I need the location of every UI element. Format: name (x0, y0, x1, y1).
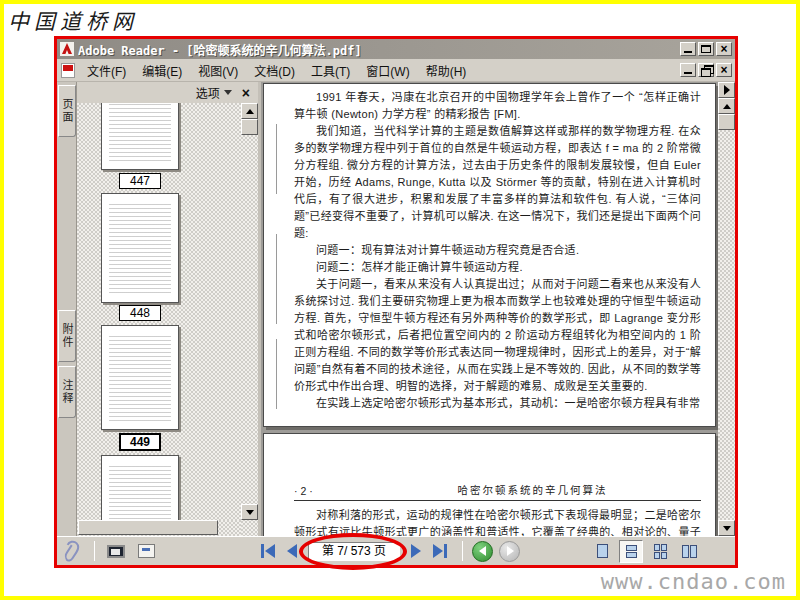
panel-options-button[interactable]: 选项 (196, 84, 232, 101)
window-title: Adobe Reader - [哈密顿系统的辛几何算法.pdf] (78, 41, 680, 58)
separator (462, 541, 463, 561)
menu-help[interactable]: 帮助(H) (418, 59, 475, 82)
last-page-button[interactable] (432, 543, 448, 559)
doc-close-button[interactable] (716, 63, 732, 77)
panel-scroll-track[interactable] (241, 135, 258, 504)
previous-page-button[interactable] (286, 543, 298, 559)
menu-document[interactable]: 文档(D) (246, 59, 303, 82)
fullscreen-view-icon[interactable] (104, 539, 128, 563)
tab-comments-label: 注释 (59, 379, 75, 405)
watermark-site-url: www.cndao.com (601, 569, 786, 594)
go-forward-button[interactable] (499, 541, 520, 562)
menu-tools[interactable]: 工具(T) (303, 59, 358, 82)
pages-panel: 选项 × 447 448 449 (77, 82, 261, 536)
panel-scroll-up-icon[interactable] (241, 103, 258, 119)
doc-scroll-track[interactable] (718, 130, 735, 520)
paragraph: 问题二：怎样才能正确计算牛顿运动方程. (294, 259, 701, 276)
adobe-reader-app-icon (60, 42, 74, 56)
margin-change-bar (276, 234, 277, 324)
margin-change-bar (276, 339, 277, 409)
paragraph: 对称利落的形式，运动的规律性在哈密尔顿形式下表现得最明显；二是哈密尔顿形式有远比… (294, 507, 701, 536)
running-title: 哈密尔顿系统的辛几何算法 (364, 482, 701, 497)
adobe-reader-window: Adobe Reader - [哈密顿系统的辛几何算法.pdf] 文件(F) 编… (54, 36, 738, 568)
menu-edit[interactable]: 编辑(E) (134, 59, 190, 82)
panel-horizontal-scrollbar[interactable] (77, 520, 241, 536)
thumbnail-label-447[interactable]: 447 (119, 173, 161, 189)
tab-pages[interactable]: 页面 (58, 85, 76, 137)
menu-window[interactable]: 窗口(W) (358, 59, 417, 82)
paragraph: 关于问题一，看来从来没有人认真提出过；从而对于问题二看来也从来没有人系统探讨过.… (294, 276, 701, 395)
menu-view[interactable]: 视图(V) (190, 59, 246, 82)
tab-comments[interactable]: 注释 (58, 366, 76, 418)
document-pane[interactable]: 1991 年春天，冯康在北京召开的中国物理学年会上曾作了一个 “怎样正确计算牛顿… (261, 82, 735, 536)
menu-bar: 文件(F) 编辑(E) 视图(V) 文档(D) 工具(T) 窗口(W) 帮助(H… (57, 59, 735, 82)
thumbnail-page-449[interactable] (101, 325, 179, 430)
paragraph: 我们知道，当代科学计算的主题是数值解算这样或那样的数学物理方程. 在众多的数学物… (294, 123, 701, 242)
doc-scroll-down-icon[interactable] (718, 520, 735, 536)
close-button[interactable] (716, 42, 732, 56)
tab-attachments-label: 附件 (59, 323, 75, 349)
thumbnail-page-450[interactable] (101, 455, 179, 520)
panel-scrollbar-thumb[interactable] (241, 119, 258, 135)
panel-hscrollbar-thumb[interactable] (78, 520, 218, 535)
hide-toolbars-icon[interactable] (134, 539, 158, 563)
minimize-button[interactable] (680, 42, 696, 56)
tab-attachments[interactable]: 附件 (58, 310, 76, 362)
panel-close-button[interactable]: × (242, 87, 250, 99)
panel-options-label: 选项 (196, 84, 220, 101)
menu-file[interactable]: 文件(F) (79, 59, 134, 82)
title-bar[interactable]: Adobe Reader - [哈密顿系统的辛几何算法.pdf] (57, 39, 735, 59)
thumbnail-label-449[interactable]: 449 (119, 433, 161, 451)
tab-pages-label: 页面 (59, 98, 75, 124)
page-number-label: · 2 · (294, 485, 364, 497)
continuous-facing-view-button[interactable] (648, 540, 672, 563)
thumbnail-list: 447 448 449 (77, 103, 241, 520)
panel-vertical-scrollbar[interactable] (241, 103, 258, 520)
thumbnail-label-448[interactable]: 448 (119, 305, 161, 321)
paperclip-icon[interactable] (59, 537, 87, 565)
doc-restore-button[interactable] (698, 63, 714, 77)
next-page-button[interactable] (410, 543, 422, 559)
page-number-input[interactable]: 第 7/ 573 页 (308, 542, 400, 561)
doc-scrollbar-thumb[interactable] (718, 114, 735, 130)
go-back-button[interactable] (472, 541, 493, 562)
paragraph: 1991 年春天，冯康在北京召开的中国物理学年会上曾作了一个 “怎样正确计算牛顿… (294, 89, 701, 123)
header-rule (294, 500, 701, 501)
thumbnail-page-447[interactable] (101, 103, 179, 170)
navigation-tab-strip: 页面 附件 注释 (57, 82, 77, 536)
document-vertical-scrollbar[interactable] (718, 82, 735, 536)
panel-scroll-down-icon[interactable] (241, 504, 258, 520)
doc-scroll-up-icon[interactable] (718, 98, 735, 114)
doc-minimize-button[interactable] (680, 63, 696, 77)
margin-change-bar (276, 124, 277, 194)
pdf-document-icon[interactable] (61, 63, 75, 78)
chevron-down-icon (224, 90, 232, 95)
paragraph: 在实践上选定哈密尔顿形式为基本形式，其动机：一是哈密尔顿方程具有非常 (294, 395, 701, 412)
first-page-button[interactable] (260, 543, 276, 559)
thumbnail-page-448[interactable] (101, 193, 179, 303)
facing-view-button[interactable] (677, 540, 701, 563)
pdf-page-1: 1991 年春天，冯康在北京召开的中国物理学年会上曾作了一个 “怎样正确计算牛顿… (263, 83, 716, 427)
paragraph: 问题一：现有算法对计算牛顿运动方程究竟是否合适. (294, 242, 701, 259)
single-page-view-button[interactable] (590, 540, 614, 563)
maximize-button[interactable] (698, 42, 714, 56)
separator (94, 541, 95, 561)
expand-pane-icon[interactable] (718, 82, 735, 98)
status-bar: 第 7/ 573 页 (57, 536, 735, 565)
watermark-site-name: 中国道桥网 (8, 5, 138, 35)
pdf-page-2: · 2 · 哈密尔顿系统的辛几何算法 对称利落的形式，运动的规律性在哈密尔顿形式… (263, 433, 716, 536)
continuous-view-button[interactable] (619, 540, 643, 563)
